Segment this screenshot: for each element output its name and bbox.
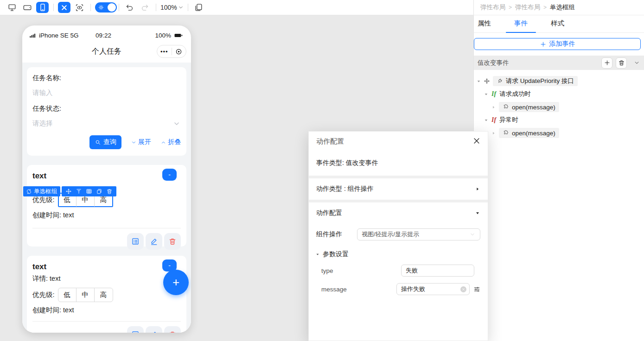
design-mode-button[interactable] [58,2,70,13]
add-event-button[interactable]: 添加事件 [474,38,641,50]
caret-down-icon[interactable] [476,79,481,84]
device-desktop-button[interactable] [6,2,18,13]
redo-button[interactable] [139,2,151,13]
plus-icon [540,41,547,48]
drag-handle-icon[interactable] [484,78,490,84]
delete-button[interactable] [164,233,181,250]
edit-button[interactable] [146,233,162,250]
action-tree: 请求 UpdatePriority 接口 If 请求成功时 open(messa… [474,70,644,139]
grid-icon[interactable] [86,188,92,195]
tab-attributes[interactable]: 属性 [478,15,497,32]
puzzle-icon [503,104,509,110]
event-group-header: 值改变事件 [474,56,644,70]
expand-button[interactable]: 展开 [131,138,151,146]
puzzle-icon [503,130,509,136]
pages-icon [194,3,203,12]
device-tablet-button[interactable] [21,2,33,13]
event-group-title: 值改变事件 [478,59,509,67]
trash-icon [168,330,177,333]
carrier-label: iPhone SE 5G [39,32,79,39]
sun-icon [98,4,104,11]
insert-top-icon[interactable] [76,188,82,195]
breadcrumb-item[interactable]: 弹性布局 [480,3,505,12]
created-time-label: 创建时间: text [32,211,181,220]
plus-icon [604,59,611,66]
zoom-control[interactable]: 100% [160,4,184,11]
pages-button[interactable] [192,2,205,13]
clock-label: 09:22 [96,32,111,39]
battery-icon [173,32,184,39]
mobile-icon [38,3,47,12]
task-status-select[interactable]: 请选择 [32,119,181,128]
tab-events[interactable]: 事件 [508,15,534,32]
battery-percent: 100% [155,32,171,39]
detail-button[interactable] [127,233,144,250]
radio-option-mid[interactable]: 中 [77,288,95,302]
param-type-label: type [321,267,401,274]
radio-option-low[interactable]: 低 [58,288,77,302]
selected-component-tag[interactable]: 单选框组 [23,186,60,196]
breadcrumb-item[interactable]: 弹性布局 [515,3,540,12]
trash-icon[interactable] [106,188,113,195]
param-message-input[interactable] [396,283,470,295]
editor-toolbar: 100% [0,0,473,15]
search-button[interactable]: 查询 [89,135,121,149]
param-message-label: message [321,286,396,293]
action-config-title: 动作配置 [316,209,342,217]
radio-option-high[interactable]: 高 [95,288,113,302]
tree-node-action[interactable]: open(message) [499,102,559,112]
caret-right-icon[interactable] [491,131,496,136]
record-icon [175,48,183,56]
add-task-fab[interactable]: + [163,270,189,295]
page-title: 个人任务 [92,47,121,57]
tree-row: open(message) [474,101,644,114]
caret-right-icon[interactable] [491,105,496,110]
caret-down-icon[interactable] [484,118,489,123]
phone-preview: iPhone SE 5G 09:22 100% 个人任务 ••• 任务名称: 请… [22,25,191,333]
priority-badge[interactable]: - [162,169,177,181]
tree-node-condition[interactable]: 异常时 [499,116,518,124]
close-capsule-button[interactable] [172,48,186,56]
edit-button[interactable] [146,326,162,333]
tab-styles[interactable]: 样式 [544,15,571,32]
trash-icon [168,237,177,246]
tree-node-condition[interactable]: 请求成功时 [499,90,531,98]
tree-node-label: 请求 UpdatePriority 接口 [506,77,574,85]
delete-event-button[interactable] [616,57,627,69]
undo-button[interactable] [123,2,136,13]
preview-button[interactable] [73,2,86,13]
breadcrumb-separator: > [509,4,512,11]
clear-icon[interactable] [460,286,466,292]
params-section-toggle[interactable]: 参数设置 [309,244,488,261]
created-time-label: 创建时间: text [32,306,181,315]
if-keyword: If [491,116,496,124]
action-config-header[interactable]: 动作配置 [309,202,488,224]
move-icon[interactable] [65,188,72,195]
sliders-icon[interactable] [473,286,480,293]
component-op-select[interactable]: 视图/轻提示/显示提示 [357,228,480,240]
more-button[interactable]: ••• [157,48,172,55]
close-icon[interactable] [472,137,481,145]
add-action-button[interactable] [601,57,612,69]
caret-down-icon[interactable] [484,92,489,97]
priority-label: 优先级: [32,196,55,204]
tree-node-action[interactable]: open(message) [499,128,559,138]
theme-toggle[interactable] [95,2,117,13]
search-icon [95,139,101,145]
phone-statusbar: iPhone SE 5G 09:22 100% [22,25,191,40]
eye-scan-icon [75,3,84,12]
collapse-button[interactable]: 折叠 [160,138,181,146]
action-type-row[interactable]: 动作类型 : 组件操作 [309,178,488,200]
param-type-input[interactable] [401,265,474,277]
delete-button[interactable] [164,326,181,333]
priority-radio-group: 低 中 高 [58,288,113,302]
expand-label: 展开 [138,138,151,146]
detail-button[interactable] [127,326,144,333]
device-mobile-button[interactable] [36,2,49,13]
collapse-event-chevron[interactable] [633,59,640,66]
tree-node-api[interactable]: 请求 UpdatePriority 接口 [493,76,578,86]
copy-icon[interactable] [96,188,102,195]
task-name-input[interactable]: 请输入 [32,88,181,97]
caret-right-icon [475,186,480,192]
toolbar-divider [156,4,156,11]
